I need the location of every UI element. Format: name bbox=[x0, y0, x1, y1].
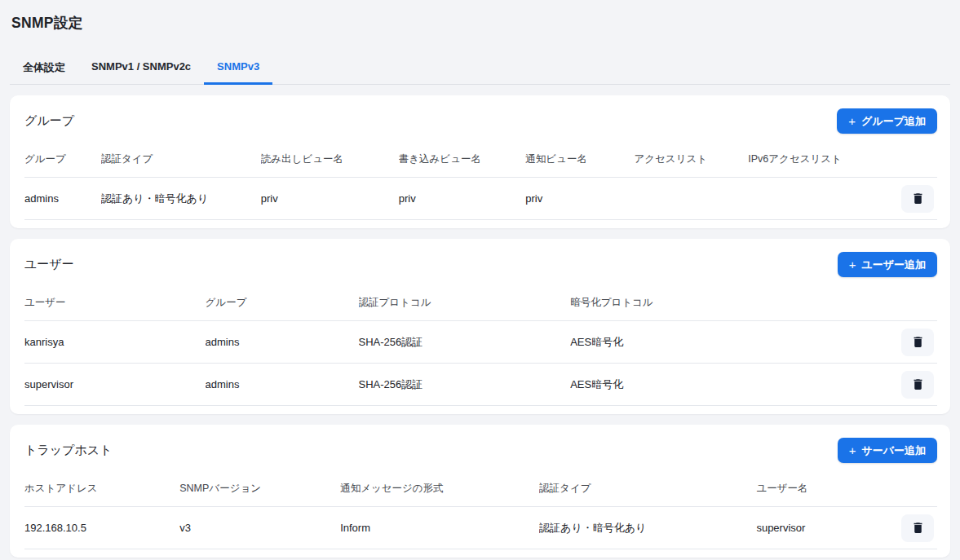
table-cell: priv bbox=[525, 178, 634, 220]
trash-icon bbox=[911, 521, 925, 535]
table-cell: SHA-256認証 bbox=[359, 321, 571, 364]
table-row: 192.168.10.5v3Inform認証あり・暗号化ありsupervisor bbox=[24, 507, 937, 549]
table-cell: AES暗号化 bbox=[570, 364, 892, 406]
column-header: 認証タイプ bbox=[539, 470, 756, 507]
snmp-settings-page: SNMP設定 全体設定 SNMPv1 / SNMPv2c SNMPv3 グループ… bbox=[0, 13, 960, 558]
table-cell: supervisor bbox=[756, 507, 892, 549]
column-header: 読み出しビュー名 bbox=[261, 140, 399, 178]
trap-hosts-table: ホストアドレスSNMPバージョン通知メッセージの形式認証タイプユーザー名192.… bbox=[24, 470, 937, 549]
delete-row-button[interactable] bbox=[901, 185, 934, 213]
trap-hosts-card: トラップホスト + サーバー追加 ホストアドレスSNMPバージョン通知メッセージ… bbox=[10, 425, 950, 558]
row-actions-cell bbox=[892, 178, 937, 220]
tab-bar: 全体設定 SNMPv1 / SNMPv2c SNMPv3 bbox=[10, 51, 950, 85]
groups-card: グループ + グループ追加 グループ認証タイプ読み出しビュー名書き込みビュー名通… bbox=[10, 95, 950, 228]
table-cell: 192.168.10.5 bbox=[24, 507, 179, 549]
column-header: 書き込みビュー名 bbox=[399, 140, 526, 178]
actions-column-header bbox=[892, 140, 937, 178]
delete-row-button[interactable] bbox=[901, 371, 934, 399]
column-header: 暗号化プロトコル bbox=[570, 284, 892, 321]
add-server-button-label: サーバー追加 bbox=[861, 443, 926, 458]
table-cell: supervisor bbox=[24, 364, 206, 406]
column-header: ユーザー名 bbox=[756, 470, 892, 507]
table-cell: priv bbox=[261, 178, 399, 220]
trash-icon bbox=[911, 377, 925, 391]
column-header: IPv6アクセスリスト bbox=[748, 140, 892, 178]
add-group-button[interactable]: + グループ追加 bbox=[837, 108, 937, 134]
delete-row-button[interactable] bbox=[901, 329, 934, 356]
column-header: ユーザー bbox=[24, 284, 206, 321]
trash-icon bbox=[911, 335, 925, 349]
users-table: ユーザーグループ認証プロトコル暗号化プロトコルkanrisyaadminsSHA… bbox=[24, 284, 937, 406]
add-user-button-label: ユーザー追加 bbox=[861, 258, 926, 272]
table-cell: Inform bbox=[340, 507, 539, 549]
trap-hosts-card-title: トラップホスト bbox=[24, 443, 112, 458]
header-row: グループ認証タイプ読み出しビュー名書き込みビュー名通知ビュー名アクセスリストIP… bbox=[24, 140, 937, 178]
groups-card-header: グループ + グループ追加 bbox=[24, 108, 937, 134]
table-cell: admins bbox=[206, 321, 359, 364]
users-card: ユーザー + ユーザー追加 ユーザーグループ認証プロトコル暗号化プロトコルkan… bbox=[10, 239, 950, 414]
column-header: グループ bbox=[206, 284, 359, 321]
table-cell: priv bbox=[399, 178, 526, 220]
users-card-title: ユーザー bbox=[24, 257, 74, 272]
tab-snmpv1-v2c[interactable]: SNMPv1 / SNMPv2c bbox=[78, 51, 204, 85]
table-cell bbox=[748, 178, 892, 220]
table-cell: SHA-256認証 bbox=[359, 364, 571, 406]
add-server-button[interactable]: + サーバー追加 bbox=[838, 438, 937, 463]
row-actions-cell bbox=[892, 321, 937, 364]
page-title: SNMP設定 bbox=[11, 13, 950, 33]
delete-row-button[interactable] bbox=[901, 514, 934, 542]
plus-icon: + bbox=[848, 115, 856, 127]
table-cell: v3 bbox=[179, 507, 340, 549]
users-card-header: ユーザー + ユーザー追加 bbox=[24, 252, 937, 277]
plus-icon: + bbox=[849, 258, 856, 271]
column-header: 通知メッセージの形式 bbox=[340, 470, 539, 507]
actions-column-header bbox=[892, 470, 937, 507]
table-cell: admins bbox=[206, 364, 359, 406]
trap-hosts-card-header: トラップホスト + サーバー追加 bbox=[24, 438, 937, 463]
column-header: アクセスリスト bbox=[634, 140, 748, 178]
table-cell: AES暗号化 bbox=[570, 321, 892, 364]
table-cell: 認証あり・暗号化あり bbox=[101, 178, 261, 220]
groups-table: グループ認証タイプ読み出しビュー名書き込みビュー名通知ビュー名アクセスリストIP… bbox=[24, 140, 937, 220]
header-row: ユーザーグループ認証プロトコル暗号化プロトコル bbox=[24, 284, 937, 321]
header-row: ホストアドレスSNMPバージョン通知メッセージの形式認証タイプユーザー名 bbox=[24, 470, 937, 507]
row-actions-cell bbox=[892, 364, 937, 406]
add-user-button[interactable]: + ユーザー追加 bbox=[838, 252, 937, 277]
column-header: ホストアドレス bbox=[24, 470, 179, 507]
tab-snmpv3[interactable]: SNMPv3 bbox=[204, 51, 272, 85]
row-actions-cell bbox=[892, 507, 937, 549]
table-row: admins認証あり・暗号化ありprivprivpriv bbox=[24, 178, 937, 220]
groups-card-title: グループ bbox=[24, 113, 74, 129]
actions-column-header bbox=[892, 284, 937, 321]
column-header: 認証プロトコル bbox=[359, 284, 571, 321]
table-cell: 認証あり・暗号化あり bbox=[539, 507, 756, 549]
table-cell: kanrisya bbox=[24, 321, 206, 364]
column-header: 認証タイプ bbox=[101, 140, 261, 178]
column-header: グループ bbox=[24, 140, 101, 178]
column-header: 通知ビュー名 bbox=[525, 140, 634, 178]
tab-general-settings[interactable]: 全体設定 bbox=[10, 51, 78, 85]
column-header: SNMPバージョン bbox=[179, 470, 340, 507]
table-row: supervisoradminsSHA-256認証AES暗号化 bbox=[24, 364, 937, 406]
add-group-button-label: グループ追加 bbox=[861, 114, 926, 129]
table-cell bbox=[634, 178, 748, 220]
table-row: kanrisyaadminsSHA-256認証AES暗号化 bbox=[24, 321, 937, 364]
table-cell: admins bbox=[24, 178, 101, 220]
trash-icon bbox=[911, 192, 925, 205]
plus-icon: + bbox=[849, 444, 856, 456]
